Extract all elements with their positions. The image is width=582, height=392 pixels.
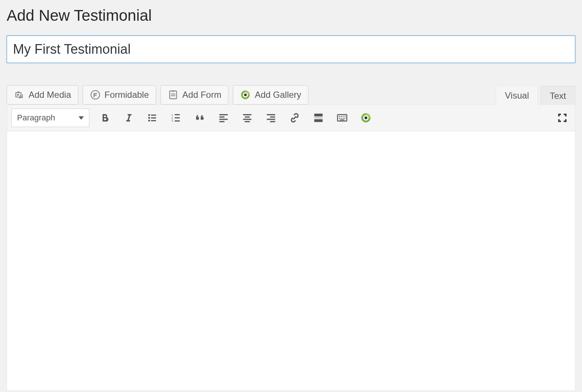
- add-gallery-label: Add Gallery: [255, 90, 301, 99]
- add-form-label: Add Form: [182, 90, 221, 99]
- svg-rect-23: [243, 114, 252, 115]
- editor-tabs: Visual Text: [493, 85, 575, 104]
- envira-leaf-icon: [240, 89, 251, 100]
- numbered-list-button[interactable]: 1 2 3: [168, 110, 184, 126]
- italic-icon: [123, 112, 134, 123]
- align-center-button[interactable]: [239, 110, 255, 126]
- read-more-button[interactable]: [310, 110, 327, 126]
- svg-rect-42: [344, 118, 345, 119]
- link-button[interactable]: [287, 110, 303, 126]
- svg-rect-4: [171, 94, 175, 94]
- svg-rect-28: [270, 116, 275, 117]
- svg-rect-21: [219, 119, 228, 120]
- editor-box: Paragraph 1 2 3: [7, 104, 575, 391]
- align-right-button[interactable]: [263, 110, 279, 126]
- svg-rect-20: [219, 116, 225, 117]
- svg-rect-30: [270, 121, 275, 122]
- add-gallery-button[interactable]: Add Gallery: [233, 85, 308, 104]
- align-center-icon: [242, 112, 253, 123]
- svg-text:3: 3: [172, 119, 173, 122]
- add-form-button[interactable]: Add Form: [161, 85, 228, 104]
- media-button-row: Add Media Formidable Add Form: [7, 85, 575, 104]
- tab-visual[interactable]: Visual: [496, 86, 538, 105]
- svg-rect-2: [169, 91, 176, 99]
- tab-visual-label: Visual: [505, 90, 529, 100]
- svg-rect-24: [245, 116, 250, 117]
- italic-button[interactable]: [120, 110, 137, 126]
- format-select-label: Paragraph: [17, 113, 55, 123]
- svg-point-7: [148, 114, 150, 116]
- editor-content-area[interactable]: [7, 131, 575, 391]
- svg-rect-14: [175, 114, 180, 115]
- read-more-icon: [313, 112, 324, 123]
- svg-rect-29: [267, 119, 275, 120]
- svg-rect-37: [343, 116, 344, 117]
- add-media-label: Add Media: [29, 90, 71, 99]
- svg-rect-16: [175, 117, 180, 119]
- list-ol-icon: 1 2 3: [171, 112, 182, 123]
- camera-music-icon: [14, 89, 25, 100]
- chevron-down-icon: [79, 116, 84, 120]
- align-left-button[interactable]: [215, 110, 232, 126]
- svg-rect-10: [151, 117, 156, 119]
- link-icon: [289, 112, 300, 123]
- fullscreen-icon: [557, 112, 568, 123]
- svg-rect-8: [151, 114, 156, 116]
- title-input-wrap: [7, 36, 575, 63]
- svg-rect-43: [340, 119, 345, 120]
- svg-rect-19: [219, 114, 228, 115]
- svg-rect-41: [343, 118, 344, 119]
- envira-leaf-icon: [360, 112, 371, 123]
- bulleted-list-button[interactable]: [144, 110, 161, 126]
- toolbar-toggle-button[interactable]: [334, 110, 350, 126]
- align-right-icon: [265, 112, 277, 123]
- envira-toolbar-button[interactable]: [358, 110, 374, 126]
- svg-point-0: [17, 94, 19, 96]
- svg-rect-33: [314, 119, 323, 122]
- bold-button[interactable]: [97, 110, 113, 126]
- svg-rect-40: [341, 118, 342, 119]
- tab-text[interactable]: Text: [540, 86, 575, 105]
- page-wrap: Add New Testimonial Add Media Formid: [0, 7, 582, 392]
- svg-rect-39: [339, 118, 340, 119]
- keyboard-icon: [337, 112, 348, 123]
- svg-point-9: [148, 117, 150, 119]
- formidable-button[interactable]: Formidable: [83, 85, 156, 104]
- tab-text-label: Text: [550, 91, 566, 101]
- svg-rect-12: [151, 120, 156, 121]
- svg-point-11: [148, 120, 150, 122]
- quote-icon: [194, 112, 205, 123]
- svg-rect-35: [339, 116, 340, 117]
- formidable-icon: [90, 89, 101, 100]
- svg-rect-31: [314, 114, 323, 117]
- svg-point-44: [364, 116, 367, 119]
- svg-rect-32: [314, 117, 323, 119]
- formidable-label: Formidable: [105, 90, 149, 99]
- svg-rect-26: [245, 121, 250, 122]
- svg-rect-36: [341, 116, 342, 117]
- svg-rect-38: [344, 116, 345, 117]
- svg-rect-22: [219, 121, 225, 122]
- svg-rect-27: [267, 114, 275, 115]
- list-ul-icon: [147, 112, 158, 123]
- bold-icon: [99, 112, 110, 123]
- post-title-input[interactable]: [7, 36, 575, 63]
- fullscreen-button[interactable]: [554, 110, 571, 126]
- svg-rect-3: [172, 90, 174, 92]
- svg-rect-5: [171, 95, 175, 96]
- add-media-button[interactable]: Add Media: [7, 85, 78, 104]
- form-icon: [168, 89, 179, 100]
- svg-rect-25: [243, 119, 252, 120]
- align-left-icon: [218, 112, 229, 123]
- format-select[interactable]: Paragraph: [11, 109, 89, 127]
- blockquote-button[interactable]: [192, 110, 208, 126]
- svg-rect-18: [175, 120, 180, 122]
- editor-toolbar: Paragraph 1 2 3: [7, 105, 575, 131]
- svg-point-6: [244, 94, 247, 96]
- page-title: Add New Testimonial: [7, 7, 575, 24]
